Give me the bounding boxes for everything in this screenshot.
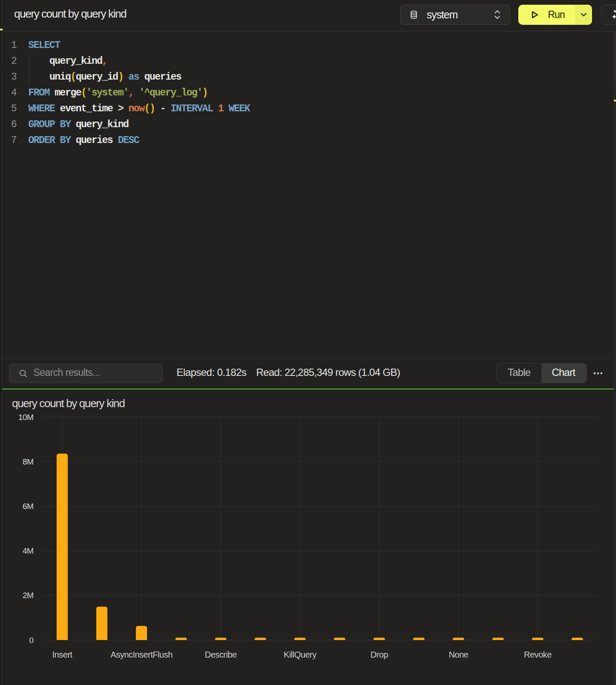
svg-text:10M: 10M: [18, 413, 33, 422]
svg-text:Drop: Drop: [371, 650, 389, 659]
svg-text:KillQuery: KillQuery: [284, 650, 317, 659]
svg-text:0: 0: [29, 636, 33, 645]
svg-text:Insert: Insert: [52, 650, 73, 659]
svg-text:Revoke: Revoke: [524, 650, 552, 659]
svg-text:2M: 2M: [23, 591, 33, 600]
svg-text:8M: 8M: [23, 457, 33, 466]
svg-text:None: None: [449, 650, 468, 659]
svg-text:6M: 6M: [23, 502, 33, 511]
svg-text:4M: 4M: [23, 546, 33, 555]
svg-text:AsyncInsertFlush: AsyncInsertFlush: [111, 650, 173, 659]
svg-text:Describe: Describe: [205, 650, 237, 659]
